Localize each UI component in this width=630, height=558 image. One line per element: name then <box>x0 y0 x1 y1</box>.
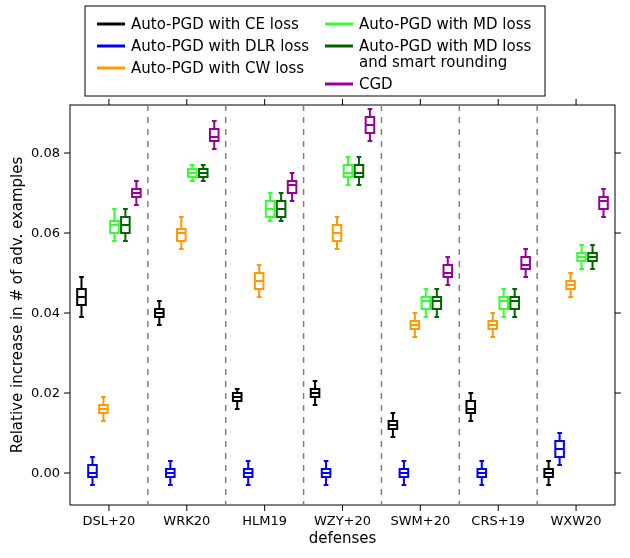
box <box>422 297 431 309</box>
x-tick-label: DSL+20 <box>82 513 135 528</box>
x-axis-label: defenses <box>309 529 377 547</box>
legend-label: Auto-PGD with CW loss <box>131 59 304 77</box>
legend-label: CGD <box>359 75 393 93</box>
legend-label: and smart rounding <box>359 53 507 71</box>
x-tick-label: WZY+20 <box>314 513 371 528</box>
y-tick-label: 0.02 <box>31 385 60 400</box>
box <box>499 297 508 309</box>
legend-label: Auto-PGD with CE loss <box>131 15 299 33</box>
y-tick-label: 0.08 <box>31 145 60 160</box>
x-tick-label: CRS+19 <box>471 513 525 528</box>
y-tick-label: 0.04 <box>31 305 60 320</box>
legend-label: Auto-PGD with DLR loss <box>131 37 309 55</box>
box <box>88 465 97 477</box>
box <box>344 165 353 177</box>
box <box>210 129 219 141</box>
legend-label: Auto-PGD with MD loss <box>359 15 532 33</box>
box <box>288 181 297 193</box>
box <box>599 197 608 209</box>
y-axis-label: Relative increase in # of adv. examples <box>8 157 26 454</box>
x-tick-label: WXW20 <box>550 513 601 528</box>
box <box>444 265 453 277</box>
box <box>177 229 186 241</box>
box <box>521 257 530 269</box>
box <box>466 401 475 413</box>
y-tick-label: 0.06 <box>31 225 60 240</box>
box <box>510 297 519 309</box>
x-tick-label: SWM+20 <box>390 513 450 528</box>
plot-frame <box>70 105 615 505</box>
x-tick-label: WRK20 <box>163 513 210 528</box>
box <box>433 297 442 309</box>
y-tick-label: 0.00 <box>31 465 60 480</box>
chart-svg: 0.000.020.040.060.08DSL+20WRK20HLM19WZY+… <box>0 0 630 558</box>
box <box>355 165 364 177</box>
chart-root: 0.000.020.040.060.08DSL+20WRK20HLM19WZY+… <box>0 0 630 558</box>
x-tick-label: HLM19 <box>242 513 287 528</box>
box <box>110 221 119 233</box>
